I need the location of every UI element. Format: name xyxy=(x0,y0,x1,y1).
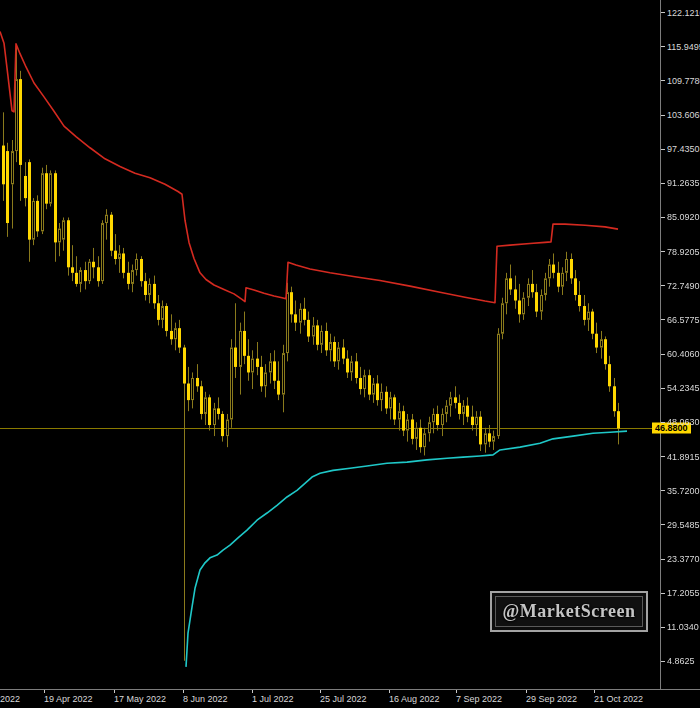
time-tick-label: 2022 xyxy=(0,694,20,704)
price-tick-mark xyxy=(661,80,665,81)
trading-chart-window: @MarketScreen 46.8800 122.1210115.949510… xyxy=(0,0,700,708)
price-tick-mark xyxy=(661,354,665,355)
time-tick-mark xyxy=(320,690,321,693)
time-tick-label: 25 Jul 2022 xyxy=(320,694,367,704)
price-tick-label: 91.2635 xyxy=(667,178,700,188)
time-tick-mark xyxy=(252,690,253,693)
price-tick-mark xyxy=(661,319,665,320)
price-tick-label: 35.7200 xyxy=(667,486,700,496)
price-tick-label: 109.7780 xyxy=(667,76,700,86)
price-tick-label: 85.0920 xyxy=(667,212,700,222)
price-tick-mark xyxy=(661,661,665,662)
price-tick-mark xyxy=(661,456,665,457)
time-tick-mark xyxy=(389,690,390,693)
price-tick-label: 23.3770 xyxy=(667,554,700,564)
price-tick-mark xyxy=(661,388,665,389)
price-tick-mark xyxy=(661,593,665,594)
time-tick-mark xyxy=(44,690,45,693)
price-tick-mark xyxy=(661,490,665,491)
price-tick-mark xyxy=(661,524,665,525)
price-tick-label: 17.2055 xyxy=(667,588,700,598)
price-tick-label: 122.1210 xyxy=(667,8,700,18)
price-tick-label: 29.5485 xyxy=(667,520,700,530)
time-tick-label: 16 Aug 2022 xyxy=(389,694,440,704)
price-tick-mark xyxy=(661,46,665,47)
price-tick-mark xyxy=(661,559,665,560)
time-tick-label: 1 Jul 2022 xyxy=(252,694,294,704)
price-tick-mark xyxy=(661,422,665,423)
price-tick-mark xyxy=(661,149,665,150)
time-tick-mark xyxy=(456,690,457,693)
price-tick-label: 72.7490 xyxy=(667,281,700,291)
watermark-stamp: @MarketScreen xyxy=(490,591,648,632)
price-tick-mark xyxy=(661,627,665,628)
price-axis[interactable]: 46.8800 122.1210115.9495109.7780103.6065… xyxy=(660,0,700,689)
price-tick-mark xyxy=(661,285,665,286)
price-tick-label: 78.9205 xyxy=(667,247,700,257)
price-tick-mark xyxy=(661,183,665,184)
price-tick-label: 4.8625 xyxy=(667,656,695,666)
time-tick-mark xyxy=(526,690,527,693)
time-tick-label: 8 Jun 2022 xyxy=(183,694,228,704)
price-tick-label: 97.4350 xyxy=(667,144,700,154)
price-tick-label: 48.0630 xyxy=(667,417,700,427)
time-tick-mark xyxy=(183,690,184,693)
price-tick-label: 54.2345 xyxy=(667,383,700,393)
price-tick-mark xyxy=(661,115,665,116)
watermark-text: @MarketScreen xyxy=(503,601,636,622)
price-tick-label: 66.5775 xyxy=(667,315,700,325)
price-tick-label: 41.8915 xyxy=(667,452,700,462)
time-tick-label: 19 Apr 2022 xyxy=(44,694,93,704)
time-tick-label: 21 Oct 2022 xyxy=(594,694,643,704)
time-tick-mark xyxy=(594,690,595,693)
time-tick-mark xyxy=(114,690,115,693)
price-tick-label: 60.4060 xyxy=(667,349,700,359)
price-tick-mark xyxy=(661,251,665,252)
price-chart-canvas[interactable] xyxy=(0,0,660,689)
price-tick-mark xyxy=(661,12,665,13)
price-tick-mark xyxy=(661,217,665,218)
time-axis[interactable]: 202219 Apr 202217 May 20228 Jun 20221 Ju… xyxy=(0,689,700,708)
time-tick-label: 29 Sep 2022 xyxy=(526,694,577,704)
price-tick-label: 103.6065 xyxy=(667,110,700,120)
price-tick-label: 11.0340 xyxy=(667,622,699,632)
time-tick-label: 17 May 2022 xyxy=(114,694,166,704)
price-tick-label: 115.9495 xyxy=(667,42,700,52)
time-tick-label: 7 Sep 2022 xyxy=(456,694,502,704)
